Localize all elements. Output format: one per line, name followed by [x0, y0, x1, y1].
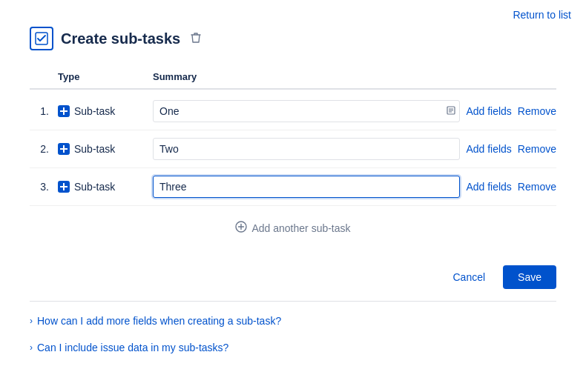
text-editor-icon [447, 106, 455, 117]
summary-input-2[interactable] [153, 138, 460, 160]
svg-rect-13 [63, 183, 65, 190]
faq-item-2[interactable]: › Can I include issue data in my sub-tas… [30, 334, 556, 361]
faq-label-1: How can I add more fields when creating … [37, 315, 281, 327]
table-row: 2. Sub-task Add fields Remove [30, 130, 556, 168]
faq-section: › How can I add more fields when creatin… [30, 302, 556, 361]
row-num-3: 3. [30, 181, 52, 193]
table-header: Type Summary [30, 65, 556, 90]
type-cell-1: Sub-task [58, 105, 147, 117]
faq-label-2: Can I include issue data in my sub-tasks… [37, 342, 228, 353]
page-title: Create sub-tasks [61, 30, 180, 47]
svg-rect-10 [63, 145, 65, 153]
add-circle-icon [235, 221, 247, 236]
add-subtask-btn[interactable]: Add another sub-task [235, 221, 350, 236]
col-num-header [30, 71, 52, 82]
subtask-icon-1 [58, 105, 70, 117]
page-header: Create sub-tasks [30, 27, 556, 50]
subtask-icon-3 [58, 181, 70, 193]
remove-btn-2[interactable]: Remove [518, 143, 556, 155]
main-content: Create sub-tasks Type Summary 1. [0, 27, 586, 376]
col-summary-header: Summary [153, 71, 544, 82]
remove-btn-1[interactable]: Remove [518, 105, 556, 117]
cancel-button[interactable]: Cancel [444, 265, 494, 289]
add-fields-btn-2[interactable]: Add fields [466, 143, 511, 155]
type-label-1: Sub-task [74, 105, 115, 117]
add-subtask-label: Add another sub-task [251, 222, 350, 234]
save-button[interactable]: Save [503, 265, 556, 289]
row-num-2: 2. [30, 143, 52, 155]
top-bar: Return to list [0, 0, 586, 27]
row-num-1: 1. [30, 105, 52, 117]
delete-icon[interactable] [191, 32, 201, 46]
table-container: Type Summary 1. Sub-task [30, 65, 556, 206]
summary-input-3[interactable] [153, 176, 460, 198]
summary-input-wrapper-3 [153, 176, 460, 198]
table-row: 3. Sub-task Add fields Remove [30, 168, 556, 206]
page-icon [30, 27, 53, 50]
type-cell-2: Sub-task [58, 143, 147, 155]
return-to-list-link[interactable]: Return to list [513, 9, 571, 21]
chevron-icon-1: › [30, 316, 33, 326]
chevron-icon-2: › [30, 342, 33, 353]
subtask-icon-2 [58, 143, 70, 155]
col-type-header: Type [58, 71, 147, 82]
summary-input-wrapper-1 [153, 100, 460, 122]
svg-rect-3 [63, 107, 65, 115]
table-row: 1. Sub-task [30, 93, 556, 130]
type-label-3: Sub-task [74, 181, 115, 193]
type-label-2: Sub-task [74, 143, 115, 155]
summary-input-1[interactable] [153, 100, 460, 122]
remove-btn-3[interactable]: Remove [518, 181, 556, 193]
faq-item-1[interactable]: › How can I add more fields when creatin… [30, 308, 556, 334]
summary-input-wrapper-2 [153, 138, 460, 160]
footer-actions: Cancel Save [30, 253, 556, 301]
add-subtask-row: Add another sub-task [30, 209, 556, 248]
add-fields-btn-3[interactable]: Add fields [466, 181, 511, 193]
type-cell-3: Sub-task [58, 181, 147, 193]
add-fields-btn-1[interactable]: Add fields [466, 105, 511, 117]
